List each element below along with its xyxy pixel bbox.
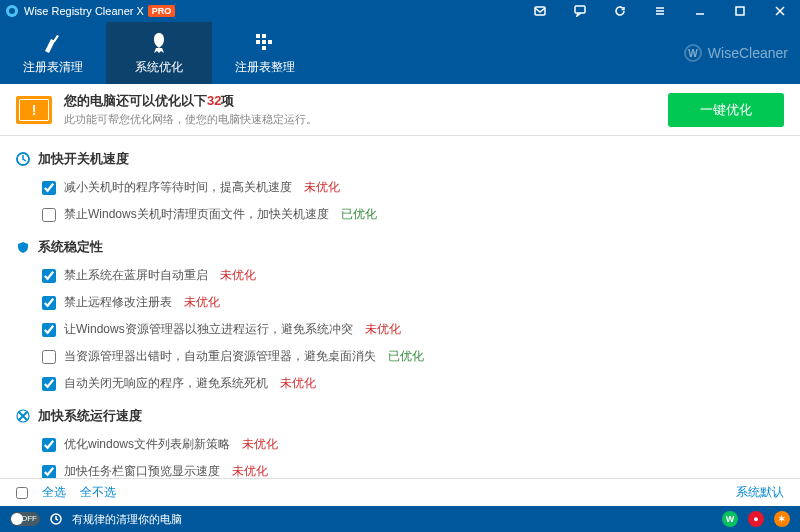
- item-status: 已优化: [388, 348, 424, 365]
- brand: W WiseCleaner: [684, 44, 788, 62]
- select-none-link[interactable]: 全不选: [80, 484, 116, 501]
- schedule-text: 有规律的清理你的电脑: [72, 512, 182, 527]
- item-checkbox[interactable]: [42, 438, 56, 452]
- titlebar: Wise Registry Cleaner X PRO: [0, 0, 800, 22]
- footer-selection: 全选 全不选 系统默认: [0, 478, 800, 506]
- content-scroll[interactable]: 加快开关机速度减小关机时的程序等待时间，提高关机速度未优化禁止Windows关机…: [0, 136, 800, 478]
- optimize-item: 减小关机时的程序等待时间，提高关机速度未优化: [0, 174, 800, 201]
- svg-rect-8: [262, 40, 266, 44]
- section-header: 系统稳定性: [0, 232, 800, 262]
- item-status: 未优化: [365, 321, 401, 338]
- schedule-toggle[interactable]: OFF: [10, 512, 40, 526]
- minimize-button[interactable]: [680, 0, 720, 22]
- item-label: 让Windows资源管理器以独立进程运行，避免系统冲突: [64, 321, 353, 338]
- svg-rect-7: [256, 40, 260, 44]
- feedback-icon[interactable]: [560, 0, 600, 22]
- item-checkbox[interactable]: [42, 377, 56, 391]
- section-header: 加快开关机速度: [0, 144, 800, 174]
- rocket-icon: [147, 31, 171, 55]
- warning-monitor-icon: [16, 96, 52, 124]
- svg-rect-5: [256, 34, 260, 38]
- item-label: 减小关机时的程序等待时间，提高关机速度: [64, 179, 292, 196]
- section-icon: [16, 152, 30, 166]
- tab-label: 注册表清理: [23, 59, 83, 76]
- clock-icon: [50, 513, 62, 525]
- item-checkbox[interactable]: [42, 323, 56, 337]
- item-label: 自动关闭无响应的程序，避免系统死机: [64, 375, 268, 392]
- item-checkbox[interactable]: [42, 269, 56, 283]
- svg-rect-4: [736, 7, 744, 15]
- item-label: 禁止Windows关机时清理页面文件，加快关机速度: [64, 206, 329, 223]
- svg-rect-6: [262, 34, 266, 38]
- select-all-link[interactable]: 全选: [42, 484, 66, 501]
- tab-system-optimize[interactable]: 系统优化: [106, 22, 212, 84]
- tab-registry-clean[interactable]: 注册表清理: [0, 22, 106, 84]
- item-status: 已优化: [341, 206, 377, 223]
- wechat-icon[interactable]: W: [722, 511, 738, 527]
- share-icon[interactable]: ✶: [774, 511, 790, 527]
- item-checkbox[interactable]: [42, 208, 56, 222]
- optimize-item: 加快任务栏窗口预览显示速度未优化: [0, 458, 800, 478]
- banner: 您的电脑还可以优化以下32项 此功能可帮您优化网络，使您的电脑快速稳定运行。 一…: [0, 84, 800, 136]
- item-label: 当资源管理器出错时，自动重启资源管理器，避免桌面消失: [64, 348, 376, 365]
- mail-icon[interactable]: [520, 0, 560, 22]
- section-title: 加快系统运行速度: [38, 407, 142, 425]
- optimize-item: 禁止远程修改注册表未优化: [0, 289, 800, 316]
- svg-rect-3: [575, 6, 585, 13]
- select-all-checkbox[interactable]: [16, 487, 28, 499]
- item-label: 加快任务栏窗口预览显示速度: [64, 463, 220, 478]
- item-status: 未优化: [184, 294, 220, 311]
- item-status: 未优化: [242, 436, 278, 453]
- section-header: 加快系统运行速度: [0, 401, 800, 431]
- item-checkbox[interactable]: [42, 350, 56, 364]
- section-icon: [16, 409, 30, 423]
- item-checkbox[interactable]: [42, 181, 56, 195]
- brush-icon: [41, 31, 65, 55]
- optimize-item: 自动关闭无响应的程序，避免系统死机未优化: [0, 370, 800, 397]
- maximize-button[interactable]: [720, 0, 760, 22]
- item-checkbox[interactable]: [42, 465, 56, 479]
- weibo-icon[interactable]: ●: [748, 511, 764, 527]
- svg-rect-9: [268, 40, 272, 44]
- optimize-item: 禁止系统在蓝屏时自动重启未优化: [0, 262, 800, 289]
- tab-label: 系统优化: [135, 59, 183, 76]
- tab-label: 注册表整理: [235, 59, 295, 76]
- item-status: 未优化: [220, 267, 256, 284]
- item-label: 禁止系统在蓝屏时自动重启: [64, 267, 208, 284]
- section-icon: [16, 240, 30, 254]
- header: 注册表清理 系统优化 注册表整理 W WiseCleaner: [0, 22, 800, 84]
- brand-logo-icon: W: [684, 44, 702, 62]
- item-status: 未优化: [232, 463, 268, 478]
- grid-icon: [253, 31, 277, 55]
- pro-badge: PRO: [148, 5, 176, 17]
- optimize-item: 优化windows文件列表刷新策略未优化: [0, 431, 800, 458]
- optimize-item: 让Windows资源管理器以独立进程运行，避免系统冲突未优化: [0, 316, 800, 343]
- app-title: Wise Registry Cleaner X: [24, 5, 144, 17]
- item-status: 未优化: [280, 375, 316, 392]
- item-label: 禁止远程修改注册表: [64, 294, 172, 311]
- menu-icon[interactable]: [640, 0, 680, 22]
- system-default-link[interactable]: 系统默认: [736, 484, 784, 501]
- svg-rect-2: [535, 7, 545, 15]
- close-button[interactable]: [760, 0, 800, 22]
- svg-rect-10: [262, 46, 266, 50]
- item-label: 优化windows文件列表刷新策略: [64, 436, 230, 453]
- optimize-item: 禁止Windows关机时清理页面文件，加快关机速度已优化: [0, 201, 800, 228]
- item-checkbox[interactable]: [42, 296, 56, 310]
- svg-point-1: [9, 8, 15, 14]
- brand-text: WiseCleaner: [708, 45, 788, 61]
- refresh-icon[interactable]: [600, 0, 640, 22]
- section-title: 系统稳定性: [38, 238, 103, 256]
- banner-title: 您的电脑还可以优化以下32项: [64, 92, 317, 110]
- tab-registry-defrag[interactable]: 注册表整理: [212, 22, 318, 84]
- optimize-button[interactable]: 一键优化: [668, 93, 784, 127]
- section-title: 加快开关机速度: [38, 150, 129, 168]
- item-status: 未优化: [304, 179, 340, 196]
- footer-status: OFF 有规律的清理你的电脑 W ● ✶: [0, 506, 800, 532]
- banner-desc: 此功能可帮您优化网络，使您的电脑快速稳定运行。: [64, 112, 317, 127]
- optimize-item: 当资源管理器出错时，自动重启资源管理器，避免桌面消失已优化: [0, 343, 800, 370]
- app-icon: [4, 3, 20, 19]
